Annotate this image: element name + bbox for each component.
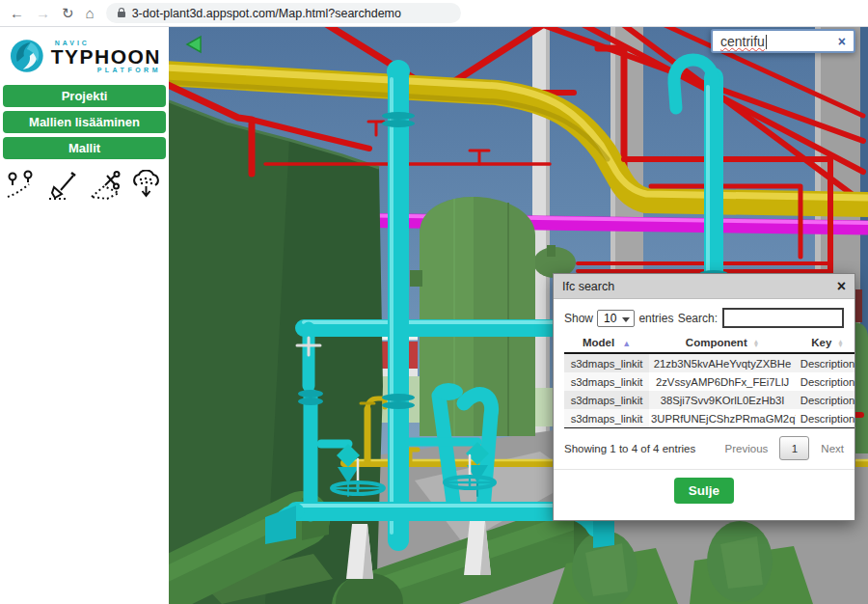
brand-typhoon: TYPHOON [51, 46, 161, 67]
dig-shovel-icon[interactable] [45, 169, 82, 202]
table-row[interactable]: s3dmaps_linkit 21zb3N5kvAHeYvqtyZXBHe De… [564, 353, 855, 372]
column-header-key[interactable]: Key▲▼ [796, 335, 855, 353]
sort-asc-icon: ▲ [622, 339, 631, 348]
scene-search-box[interactable]: centrifu × [711, 29, 855, 53]
clip-scissors-icon[interactable] [87, 169, 123, 202]
dialog-close-icon[interactable]: × [837, 279, 846, 294]
entries-label-suffix: entries [638, 312, 673, 325]
app-root: NAVIC TYPHOON PLATFORM Projekti Mallien … [0, 27, 868, 604]
table-info: Showing 1 to 4 of 4 entries [564, 443, 695, 454]
entries-select[interactable]: 10 [597, 310, 635, 327]
pagination: Previous 1 Next [725, 436, 844, 460]
dialog-body: Show 10 entries Search: [554, 299, 854, 520]
pagination-previous[interactable]: Previous [725, 443, 769, 454]
browser-toolbar: ← → ↻ ⌂ 3-dot-plant3d.appspot.com/Map.ht… [0, 0, 868, 27]
column-header-component[interactable]: Component▲▼ [649, 335, 796, 353]
table-row[interactable]: s3dmaps_linkit 38Sji7Svv9KOrlL0EzHb3I De… [564, 391, 855, 409]
sidebar-button-projekti[interactable]: Projekti [3, 85, 166, 107]
entries-label-prefix: Show [564, 312, 593, 325]
pointcloud-download-icon[interactable] [128, 169, 165, 202]
scene-back-arrow[interactable] [184, 35, 203, 54]
measure-path-icon[interactable] [4, 169, 41, 202]
table-search-label: Search: [678, 312, 718, 325]
sidebar-button-mallit[interactable]: Mallit [3, 137, 166, 159]
forward-icon[interactable]: → [36, 6, 50, 20]
sort-both-icon: ▲▼ [837, 340, 843, 347]
lock-icon [118, 12, 125, 17]
dialog-title: Ifc search [562, 280, 614, 293]
typhoon-logo-icon [8, 37, 46, 75]
tool-row [4, 169, 165, 202]
ifc-results-table: Model▲ Component▲▼ Key▲▼ [564, 335, 855, 428]
text-caret [766, 35, 767, 49]
table-row[interactable]: s3dmaps_linkit 2zVssyAMP6DhFx_FEi7LlJ De… [564, 372, 855, 391]
reload-icon[interactable]: ↻ [62, 6, 74, 20]
home-icon[interactable]: ⌂ [86, 6, 95, 20]
back-icon[interactable]: ← [10, 6, 24, 20]
typhoon-logo: NAVIC TYPHOON PLATFORM [8, 37, 161, 75]
sidebar: NAVIC TYPHOON PLATFORM Projekti Mallien … [0, 27, 169, 604]
browser-window: ← → ↻ ⌂ 3-dot-plant3d.appspot.com/Map.ht… [0, 0, 868, 604]
sidebar-button-mallien-lisaaminen[interactable]: Mallien lisääminen [3, 111, 166, 133]
column-header-model[interactable]: Model▲ [564, 335, 649, 353]
scene-search-clear-icon[interactable]: × [838, 35, 846, 48]
pagination-current-page[interactable]: 1 [779, 436, 809, 460]
address-bar[interactable]: 3-dot-plant3d.appspot.com/Map.html?searc… [106, 3, 461, 23]
brand-platform: PLATFORM [97, 67, 161, 73]
map-3d-viewport[interactable]: centrifu × Ifc search × Show 10 entries [169, 27, 868, 604]
table-search-input[interactable] [722, 308, 844, 328]
sulje-button[interactable]: Sulje [674, 478, 734, 504]
url-text: 3-dot-plant3d.appspot.com/Map.html?searc… [132, 7, 401, 20]
sort-both-icon: ▲▼ [753, 340, 759, 347]
pagination-next[interactable]: Next [821, 443, 844, 454]
dialog-titlebar[interactable]: Ifc search × [554, 274, 854, 299]
table-row[interactable]: s3dmaps_linkit 3UPRfUNEjCShzPRmaGM2qT De… [564, 409, 855, 428]
ifc-search-dialog: Ifc search × Show 10 entries Search: [553, 273, 855, 521]
scene-search-value[interactable]: centrifu [720, 34, 765, 49]
